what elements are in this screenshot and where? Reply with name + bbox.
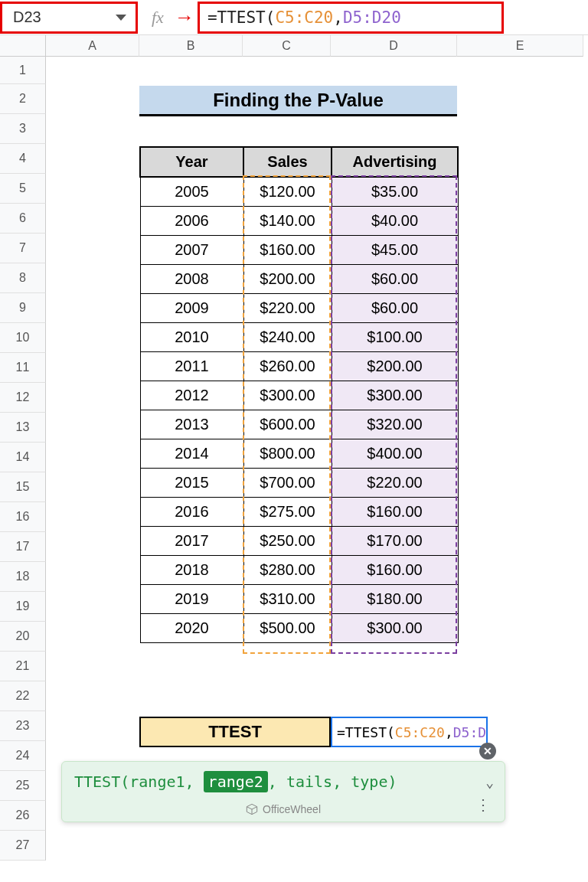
arrow-right-icon: →: [175, 5, 194, 29]
cell-year[interactable]: 2011: [140, 352, 243, 381]
header-year[interactable]: Year: [140, 147, 243, 177]
row-header-6[interactable]: 6: [0, 204, 46, 234]
row-header-17[interactable]: 17: [0, 532, 46, 562]
table-row: 2017$250.00$170.00: [140, 527, 458, 556]
select-all-corner[interactable]: [0, 35, 46, 57]
row-headers: 1234567891011121314151617181920212223242…: [0, 57, 46, 861]
cell-sales[interactable]: $220.00: [243, 294, 332, 323]
cell-year[interactable]: 2014: [140, 439, 243, 469]
cell-adv[interactable]: $40.00: [332, 207, 458, 236]
cell-adv[interactable]: $35.00: [332, 177, 458, 207]
cell-adv[interactable]: $180.00: [332, 585, 458, 614]
row-header-14[interactable]: 14: [0, 443, 46, 472]
cell-sales[interactable]: $310.00: [243, 585, 332, 614]
cell-sales[interactable]: $250.00: [243, 527, 332, 556]
cell-adv[interactable]: $300.00: [332, 381, 458, 410]
cell-year[interactable]: 2019: [140, 585, 243, 614]
cell-sales[interactable]: $800.00: [243, 439, 332, 469]
cell-adv[interactable]: $45.00: [332, 236, 458, 265]
cell-sales[interactable]: $275.00: [243, 498, 332, 527]
column-header-d[interactable]: D: [331, 35, 457, 57]
cell-adv[interactable]: $160.00: [332, 498, 458, 527]
cell-adv[interactable]: $200.00: [332, 352, 458, 381]
cell-adv[interactable]: $320.00: [332, 410, 458, 439]
active-argument[interactable]: range2: [204, 771, 268, 792]
row-header-5[interactable]: 5: [0, 174, 46, 204]
row-header-24[interactable]: 24: [0, 741, 46, 771]
row-header-1[interactable]: 1: [0, 57, 46, 84]
cell-sales[interactable]: $200.00: [243, 265, 332, 294]
row-header-10[interactable]: 10: [0, 323, 46, 353]
cell-adv[interactable]: $300.00: [332, 614, 458, 643]
cell-grid[interactable]: Finding the P-Value Year Sales Advertisi…: [46, 57, 588, 861]
cell-sales[interactable]: $160.00: [243, 236, 332, 265]
formula-bar[interactable]: =TTEST(C5:C20,D5:D20: [198, 2, 504, 34]
cell-year[interactable]: 2013: [140, 410, 243, 439]
cell-year[interactable]: 2005: [140, 177, 243, 207]
cell-sales[interactable]: $240.00: [243, 323, 332, 352]
active-cell-d23[interactable]: =TTEST(C5:C20,D5:D20: [331, 717, 488, 747]
row-header-2[interactable]: 2: [0, 84, 46, 114]
column-header-e[interactable]: E: [457, 35, 583, 57]
cell-adv[interactable]: $160.00: [332, 556, 458, 585]
more-icon[interactable]: ⋮: [475, 795, 492, 814]
column-header-b[interactable]: B: [139, 35, 243, 57]
table-row: 2008$200.00$60.00: [140, 265, 458, 294]
name-box[interactable]: D23: [0, 2, 138, 34]
row-header-16[interactable]: 16: [0, 502, 46, 532]
row-header-8[interactable]: 8: [0, 263, 46, 293]
row-header-20[interactable]: 20: [0, 622, 46, 652]
row-header-19[interactable]: 19: [0, 592, 46, 622]
cell-year[interactable]: 2018: [140, 556, 243, 585]
cell-year[interactable]: 2008: [140, 265, 243, 294]
ttest-label-cell[interactable]: TTEST: [139, 717, 331, 747]
cell-adv[interactable]: $100.00: [332, 323, 458, 352]
chevron-down-icon[interactable]: ⌄: [485, 774, 494, 790]
row-header-4[interactable]: 4: [0, 144, 46, 174]
cell-year[interactable]: 2020: [140, 614, 243, 643]
formula-bar-area: fx → =TTEST(C5:C20,D5:D20: [138, 2, 588, 34]
cell-sales[interactable]: $280.00: [243, 556, 332, 585]
cell-adv[interactable]: $170.00: [332, 527, 458, 556]
row-header-25[interactable]: 25: [0, 771, 46, 801]
cell-sales[interactable]: $120.00: [243, 177, 332, 207]
cell-year[interactable]: 2012: [140, 381, 243, 410]
cell-year[interactable]: 2015: [140, 469, 243, 498]
header-sales[interactable]: Sales: [243, 147, 332, 177]
cell-adv[interactable]: $400.00: [332, 439, 458, 469]
column-header-a[interactable]: A: [46, 35, 139, 57]
row-header-7[interactable]: 7: [0, 234, 46, 263]
cell-sales[interactable]: $260.00: [243, 352, 332, 381]
chevron-down-icon[interactable]: [116, 15, 126, 21]
row-header-22[interactable]: 22: [0, 681, 46, 711]
cell-adv[interactable]: $60.00: [332, 265, 458, 294]
cell-year[interactable]: 2010: [140, 323, 243, 352]
row-header-3[interactable]: 3: [0, 114, 46, 144]
row-header-11[interactable]: 11: [0, 353, 46, 383]
cell-year[interactable]: 2009: [140, 294, 243, 323]
cell-adv[interactable]: $220.00: [332, 469, 458, 498]
row-header-27[interactable]: 27: [0, 831, 46, 861]
row-header-18[interactable]: 18: [0, 562, 46, 592]
cell-sales[interactable]: $300.00: [243, 381, 332, 410]
cell-year[interactable]: 2007: [140, 236, 243, 265]
row-header-15[interactable]: 15: [0, 472, 46, 502]
row-header-21[interactable]: 21: [0, 652, 46, 681]
cell-year[interactable]: 2017: [140, 527, 243, 556]
header-advertising[interactable]: Advertising: [332, 147, 458, 177]
cell-year[interactable]: 2006: [140, 207, 243, 236]
cell-sales[interactable]: $140.00: [243, 207, 332, 236]
cell-sales[interactable]: $700.00: [243, 469, 332, 498]
cell-sales[interactable]: $600.00: [243, 410, 332, 439]
table-row: 2013$600.00$320.00: [140, 410, 458, 439]
column-header-c[interactable]: C: [243, 35, 331, 57]
cell-sales[interactable]: $500.00: [243, 614, 332, 643]
row-header-13[interactable]: 13: [0, 413, 46, 443]
row-header-12[interactable]: 12: [0, 383, 46, 413]
close-icon[interactable]: ✕: [479, 743, 496, 760]
cell-year[interactable]: 2016: [140, 498, 243, 527]
row-header-9[interactable]: 9: [0, 293, 46, 323]
row-header-23[interactable]: 23: [0, 711, 46, 741]
row-header-26[interactable]: 26: [0, 801, 46, 831]
cell-adv[interactable]: $60.00: [332, 294, 458, 323]
